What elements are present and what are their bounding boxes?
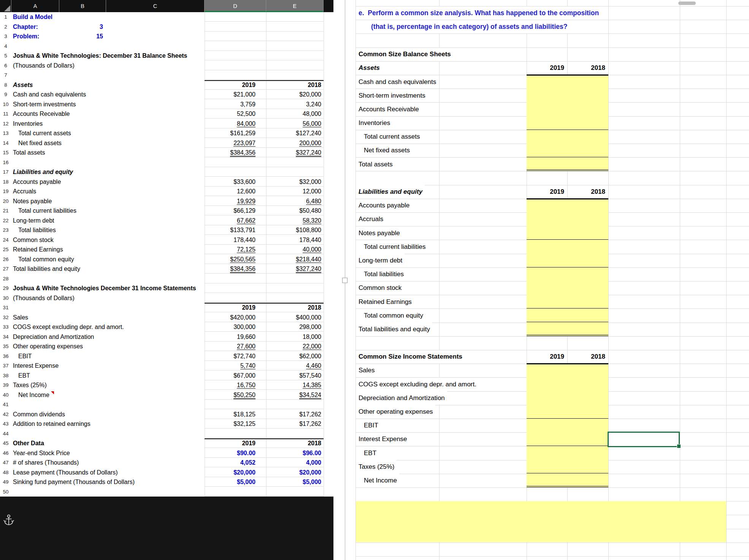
cell-label[interactable]: COGS except excluding depr. and amort.	[356, 378, 479, 391]
cell-label[interactable]: Common stock	[13, 235, 54, 245]
row-header[interactable]: 26	[0, 255, 11, 264]
cell-label[interactable]: Total assets	[13, 148, 45, 158]
cell-label[interactable]: Taxes (25%)	[356, 460, 397, 473]
cell-value-2018[interactable]: 4,000	[266, 458, 321, 468]
row-header[interactable]: 10	[0, 100, 11, 109]
cell-label[interactable]: Liabilities and equity	[13, 167, 73, 177]
answer-cell[interactable]	[527, 473, 608, 487]
cell-value-2019[interactable]: 223,097	[205, 138, 255, 148]
cell-value-2019[interactable]: $133,791	[205, 225, 255, 235]
answer-area-merged-cell[interactable]	[356, 501, 726, 543]
row-header[interactable]: 7	[0, 70, 11, 80]
fill-handle[interactable]	[677, 444, 681, 448]
answer-cell[interactable]	[527, 157, 608, 171]
column-header-D[interactable]: D	[205, 0, 266, 12]
cell-label[interactable]: Cash and cash equivalents	[13, 90, 86, 100]
cell-value-2019[interactable]: 3,759	[205, 100, 255, 109]
row-header[interactable]: 18	[0, 177, 11, 187]
cell-label[interactable]: Accounts Receivable	[356, 103, 421, 116]
row-header[interactable]: 2	[0, 22, 11, 32]
cell-value-2019[interactable]: 300,000	[205, 322, 255, 332]
cell-label[interactable]: Total common equity	[356, 309, 425, 322]
cell-label[interactable]: Inventories	[356, 117, 392, 130]
answer-cell[interactable]	[527, 130, 608, 144]
cell-value-2019[interactable]: 5,740	[205, 361, 255, 371]
cell-value-2018[interactable]: 22,000	[266, 342, 321, 351]
answer-cell[interactable]	[527, 322, 608, 336]
select-all-corner[interactable]	[0, 0, 11, 12]
row-header[interactable]: 6	[0, 61, 11, 71]
answer-cell[interactable]	[527, 102, 608, 116]
answer-cell[interactable]	[527, 281, 608, 295]
row-header[interactable]: 34	[0, 332, 11, 342]
cell-value-2019[interactable]: $72,740	[205, 351, 255, 361]
answer-cell[interactable]	[527, 226, 608, 240]
cell-label[interactable]: Common dividends	[13, 410, 65, 419]
cell-label[interactable]: Total liabilities and equity	[13, 264, 80, 274]
cell-label[interactable]: Sinking fund payment (Thousands of Dolla…	[13, 477, 135, 487]
cell-label[interactable]: Total assets	[356, 158, 395, 171]
cell-value-2018[interactable]: $96.00	[266, 448, 321, 458]
row-header[interactable]: 38	[0, 371, 11, 381]
cell-label[interactable]: Retained Earnings	[13, 245, 63, 255]
cell-value-2018[interactable]: 40,000	[266, 245, 321, 255]
cell-value-2019[interactable]: $50,250	[205, 390, 255, 400]
cell-label[interactable]: Short-term investments	[356, 89, 428, 102]
cell-value-2019[interactable]: 16,750	[205, 380, 255, 390]
year-header-2018[interactable]: 2018	[567, 185, 608, 198]
answer-cell[interactable]	[527, 144, 608, 157]
row-header[interactable]: 49	[0, 477, 11, 487]
row-header[interactable]: 37	[0, 361, 11, 371]
cell-label[interactable]: Common stock	[356, 282, 404, 295]
answer-cell[interactable]	[527, 267, 608, 281]
row-header[interactable]: 15	[0, 148, 11, 158]
answer-cell[interactable]	[527, 377, 608, 391]
year-header-2019[interactable]: 2019	[527, 350, 567, 364]
row-header[interactable]: 24	[0, 235, 11, 245]
year-header-2018[interactable]: 2018	[567, 61, 608, 75]
answer-cell[interactable]	[527, 432, 608, 446]
row-header[interactable]: 16	[0, 158, 11, 168]
answer-cell[interactable]	[527, 460, 608, 473]
row-header[interactable]: 13	[0, 128, 11, 138]
cell-label[interactable]: Sales	[13, 313, 28, 323]
cell-value-2018[interactable]: $62,000	[266, 351, 321, 361]
cell-value-2019[interactable]: $250,565	[205, 255, 255, 264]
cell-value-2019[interactable]: $420,000	[205, 313, 255, 323]
cell-value-2018[interactable]: $17,262	[266, 410, 321, 419]
row-header[interactable]: 1	[0, 12, 11, 22]
split-handle[interactable]	[342, 278, 348, 283]
cell-label[interactable]: Other operating expenses	[13, 342, 83, 351]
answer-cell[interactable]	[527, 446, 608, 460]
cell-label[interactable]: Build a Model	[13, 12, 52, 22]
cell-value-2018[interactable]: $218,440	[266, 255, 321, 264]
active-cell[interactable]	[608, 432, 680, 447]
cell-value-2018[interactable]: $400,000	[266, 313, 321, 323]
cell-label[interactable]: Interest Expense	[13, 361, 59, 371]
cell-label[interactable]: Accruals	[13, 187, 36, 196]
cell-label[interactable]: Total liabilities	[18, 225, 56, 235]
cell-label[interactable]: Total liabilities and equity	[356, 323, 432, 336]
row-header[interactable]: 3	[0, 32, 11, 41]
cell-value-2018[interactable]: 58,320	[266, 216, 321, 226]
question-text[interactable]: (that is, percentage in each category) o…	[356, 20, 570, 33]
cell-value-2018[interactable]: 298,000	[266, 322, 321, 332]
cell-label[interactable]: Joshua & White Technologies: December 31…	[13, 51, 187, 61]
horizontal-scrollbar-thumb[interactable]	[678, 2, 696, 5]
cell-value-2019[interactable]: $384,356	[205, 148, 255, 158]
row-header[interactable]: 47	[0, 458, 11, 468]
row-header[interactable]: 42	[0, 410, 11, 419]
cell-value-2019[interactable]: $32,125	[205, 419, 255, 429]
cell-label[interactable]: Total current liabilities	[356, 240, 428, 253]
cell-label[interactable]: Net Income	[18, 390, 49, 400]
answer-cell[interactable]	[527, 405, 608, 418]
cell-value-2019[interactable]: 2019	[205, 303, 255, 313]
cell-value-2018[interactable]: 178,440	[266, 235, 321, 245]
cell-label[interactable]: Total current liabilities	[18, 206, 76, 216]
cell-value-2018[interactable]: 3,240	[266, 100, 321, 109]
row-header[interactable]: 11	[0, 109, 11, 119]
cell-label[interactable]: Assets	[356, 62, 382, 75]
answer-cell[interactable]	[527, 240, 608, 253]
cell-label[interactable]: Long-term debt	[13, 216, 54, 226]
cell-label[interactable]: Depreciation and Amortization	[356, 391, 447, 405]
